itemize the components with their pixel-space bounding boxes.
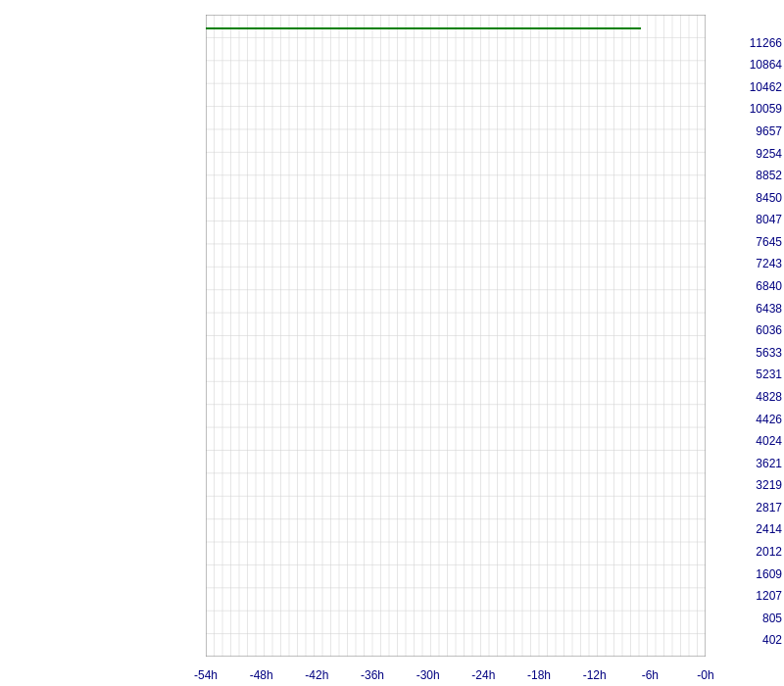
data-line <box>206 27 641 29</box>
y-label: 2414 <box>756 522 782 536</box>
y-label: 5633 <box>756 346 782 360</box>
y-label: 3621 <box>756 457 782 470</box>
y-label: 10864 <box>750 58 782 72</box>
y-label: 9254 <box>756 147 782 161</box>
y-label: 7645 <box>756 235 782 249</box>
x-label: -6h <box>642 668 659 682</box>
y-label: 6840 <box>756 279 782 293</box>
x-label: -36h <box>361 668 384 682</box>
y-label: 6036 <box>756 323 782 337</box>
y-label: 805 <box>762 612 782 625</box>
y-label: 1609 <box>756 567 782 581</box>
y-label: 8852 <box>756 169 782 182</box>
y-label: 1207 <box>756 589 782 603</box>
y-label: 9657 <box>756 124 782 138</box>
x-label: -18h <box>527 668 551 682</box>
y-label: 10462 <box>750 80 782 94</box>
y-label: 4024 <box>756 434 782 448</box>
y-label: 11266 <box>750 36 782 50</box>
y-label: 7243 <box>756 257 782 270</box>
x-axis: -54h-48h-42h-36h-30h-24h-18h-12h-6h-0h <box>206 657 706 686</box>
y-label: 10059 <box>750 102 782 116</box>
x-label: -0h <box>697 668 713 682</box>
y-label: 2012 <box>756 545 782 559</box>
grid-canvas <box>206 15 706 657</box>
y-label: 3219 <box>756 478 782 492</box>
x-label: -24h <box>471 668 495 682</box>
y-label: 4828 <box>756 390 782 404</box>
x-label: -30h <box>416 668 440 682</box>
y-label: 4426 <box>756 413 782 426</box>
x-label: -12h <box>583 668 607 682</box>
y-label: 2817 <box>756 501 782 514</box>
y-label: 5231 <box>756 368 782 381</box>
y-label: 8450 <box>756 191 782 205</box>
x-label: -42h <box>305 668 328 682</box>
chart-container: 1126610864104621005996579254885284508047… <box>0 0 784 686</box>
y-axis: 1126610864104621005996579254885284508047… <box>708 15 784 657</box>
x-label: -48h <box>250 668 273 682</box>
y-label: 402 <box>762 633 782 647</box>
y-label: 6438 <box>756 302 782 316</box>
x-label: -54h <box>194 668 218 682</box>
y-label: 8047 <box>756 213 782 226</box>
